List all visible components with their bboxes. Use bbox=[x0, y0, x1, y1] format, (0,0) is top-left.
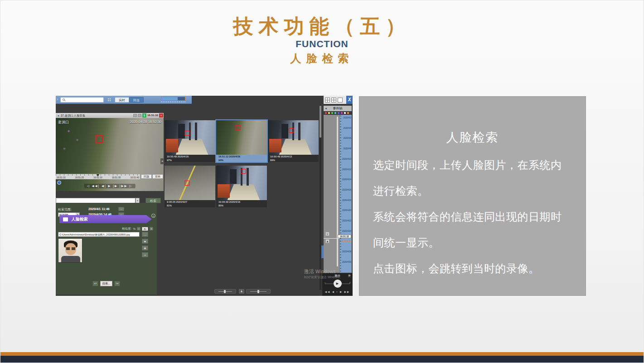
face-detection-box bbox=[185, 181, 190, 186]
zoom-slider[interactable] bbox=[214, 289, 236, 294]
event-off-toggle[interactable]: 关 bbox=[348, 274, 351, 278]
event-dot-magenta bbox=[341, 112, 343, 114]
snapshot-icon[interactable] bbox=[133, 114, 137, 117]
camera-name-overlay: 老洞口 bbox=[58, 120, 69, 125]
result-card[interactable]: 10:34:39 2020/4/1685% bbox=[216, 166, 267, 207]
panel-time: 16:51:32 bbox=[147, 113, 158, 118]
face-icon bbox=[63, 217, 68, 221]
layout-buttons bbox=[324, 96, 346, 104]
collapse-chevron-icon[interactable]: › bbox=[57, 97, 58, 102]
date-label-current: 2020/4/26 bbox=[340, 240, 352, 243]
sidebar-tab[interactable] bbox=[321, 245, 324, 258]
video-panel: ● 37.老洞口人脸采集 || 16:51:32 x 老洞口 2020-04-2… bbox=[56, 113, 164, 196]
expand-plus-button[interactable]: + bbox=[160, 158, 164, 164]
date-label: 2020/4/24 bbox=[340, 230, 352, 233]
windows-activation-watermark-sub: 转到“设置”以激活 Windows。 bbox=[304, 275, 343, 280]
audio-icon[interactable] bbox=[138, 114, 141, 117]
search-icon bbox=[63, 98, 65, 101]
result-card[interactable]: 9:06:26 2020/4/2781% bbox=[165, 166, 215, 207]
similarity-value: 80 bbox=[142, 227, 148, 231]
result-score: 89% bbox=[270, 158, 316, 162]
range-start-value: 2020/4/1 11:46 bbox=[88, 207, 110, 211]
date-label: 2020/4/14 bbox=[340, 178, 352, 181]
speed-slider[interactable] bbox=[246, 289, 271, 294]
layout-split-icon[interactable] bbox=[331, 98, 336, 103]
event-dot-blue bbox=[338, 112, 339, 114]
back-arrow-button[interactable]: ↩ bbox=[92, 281, 98, 286]
person-filter-button[interactable]: ♟ bbox=[239, 289, 244, 294]
transport-controls[interactable]: ◀◀ ◀ ▪ ▶ ▶▶ bbox=[322, 290, 353, 293]
play-button[interactable]: ▶ bbox=[334, 280, 342, 288]
video-panel-title: 37.老洞口人脸采集 bbox=[61, 114, 86, 117]
result-score: 97% bbox=[167, 158, 213, 162]
clip-button[interactable]: 剪辑 bbox=[152, 174, 163, 179]
speed-minus-button[interactable]: − bbox=[324, 281, 326, 285]
close-video-button[interactable]: x bbox=[159, 113, 163, 118]
face-search-panel: 检索范围: 2020/4/1 11:46 2020/4/30 14:46 ...… bbox=[56, 203, 157, 294]
browse-file-button[interactable]: ... bbox=[142, 232, 148, 237]
similarity-plus-button[interactable]: + bbox=[150, 227, 153, 231]
person-icon[interactable]: ♟ bbox=[325, 239, 329, 243]
ptz-icon[interactable] bbox=[57, 181, 61, 185]
replay-button[interactable]: 回放 bbox=[141, 174, 152, 179]
ruler-time: 16:51:25 bbox=[75, 176, 84, 179]
subtitle-english: FUNCTION bbox=[0, 39, 644, 49]
search-more-button[interactable]: 搜索... bbox=[100, 281, 112, 286]
info-panel: 人脸检索 选定时间段，上传人脸图片，在系统内进行检索。 系统会将符合的信息连同出… bbox=[359, 96, 586, 296]
add-image-button[interactable]: + bbox=[142, 252, 148, 257]
date-label: 2020/4/18 bbox=[340, 199, 352, 202]
ruler-time: 16:51:35 bbox=[112, 176, 121, 179]
face-detect-icon[interactable]: ☻ bbox=[142, 239, 148, 244]
info-paragraph: 选定时间段，上传人脸图片，在系统内进行检索。 bbox=[373, 152, 572, 204]
search-input[interactable] bbox=[60, 97, 104, 103]
layout-single-icon[interactable] bbox=[338, 98, 343, 103]
grid-menu-icon[interactable] bbox=[107, 98, 111, 102]
camera-status-icon: ● bbox=[58, 114, 59, 117]
result-card[interactable]: 10:00:48 2020/4/1389% bbox=[268, 120, 319, 162]
face-detection-box bbox=[185, 131, 190, 136]
event-scrollbar[interactable] bbox=[337, 117, 338, 266]
speed-plus-button[interactable]: + bbox=[349, 281, 351, 285]
face-search-banner: 人脸检索 bbox=[59, 215, 152, 223]
date-label: 2020/4/20 bbox=[340, 209, 352, 212]
date-label: 2020/4/6 bbox=[340, 137, 352, 140]
playback-transport-controls[interactable]: ◁ ◀◀| ◀| ▶ |▶ |▶▶ ▷ bbox=[84, 184, 136, 188]
event-dot-yellow bbox=[328, 112, 330, 114]
pause-badge-icon[interactable]: || bbox=[142, 113, 146, 118]
start-date-picker-button[interactable]: ... bbox=[118, 207, 124, 211]
footer-navy-bar bbox=[0, 356, 644, 363]
add-person-icon[interactable]: ♟ bbox=[142, 245, 148, 250]
app-toolbar: › 实时 回放 bbox=[56, 96, 192, 104]
forward-arrow-button[interactable]: ↪ bbox=[114, 281, 120, 286]
image-path-input[interactable]: C:\Users\Administrator\Desktop\微信图片_2020… bbox=[58, 232, 140, 237]
face-detection-box bbox=[289, 128, 294, 133]
ruler-pointer-icon bbox=[97, 174, 99, 177]
vms-app-screenshot: › 实时 回放 X ● 37.老洞口人脸采集 || 16:51:32 x 老 bbox=[56, 96, 353, 296]
result-time: 16:51:12 2020/4/26 bbox=[218, 155, 265, 158]
app-logo-tile: X bbox=[346, 96, 353, 104]
face-detection-box bbox=[96, 135, 103, 143]
ruler-time: 16:51:40 bbox=[131, 176, 139, 179]
live-toggle-button[interactable]: 实时 bbox=[115, 97, 129, 103]
storage-gauge bbox=[161, 97, 185, 101]
event-dot-white bbox=[344, 112, 346, 114]
back-chevron-icon[interactable]: ◄ bbox=[324, 106, 327, 111]
video-frame[interactable]: 老洞口 2020-04-28 16:52:30 ◁ ◀◀| ◀| ▶ |▶ |▶… bbox=[56, 118, 164, 191]
range-label: 检索范围: bbox=[58, 207, 72, 212]
layout-grid-icon[interactable] bbox=[325, 98, 330, 103]
timestamp-overlay: 2020-04-28 16:52:30 bbox=[130, 120, 161, 124]
panel-close-icon[interactable]: x bbox=[151, 214, 155, 218]
results-scrollbar[interactable] bbox=[320, 105, 321, 290]
result-card-selected[interactable]: 16:51:12 2020/4/2694% bbox=[216, 120, 267, 162]
playback-toggle-button[interactable]: 回放 bbox=[129, 97, 144, 103]
result-score: 81% bbox=[167, 204, 213, 207]
info-paragraph: 系统会将符合的信息连同出现的日期时间统一显示。 bbox=[373, 204, 572, 255]
result-time: 10:55:48 2020/4/16 bbox=[167, 155, 213, 158]
date-label: 2020/4/30 bbox=[340, 261, 352, 264]
result-card[interactable]: 10:55:48 2020/4/1697% bbox=[165, 120, 215, 162]
filter-icon[interactable]: ∇ bbox=[325, 232, 329, 236]
timeline-ruler[interactable]: 16:51:20 16:51:25 16:51:30 16:51:35 16:5… bbox=[56, 174, 140, 179]
date-label: 2020/4/8 bbox=[340, 147, 352, 150]
similarity-minus-button[interactable]: − bbox=[137, 227, 140, 231]
page-title: 技术功能（五） bbox=[0, 13, 644, 40]
